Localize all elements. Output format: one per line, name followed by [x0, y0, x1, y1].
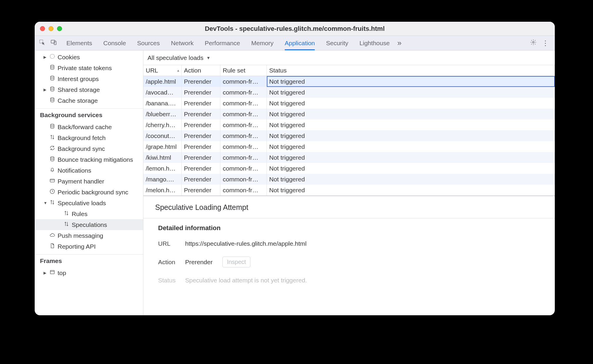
col-url[interactable]: URL ▲ [143, 65, 182, 76]
tab-elements[interactable]: Elements [66, 36, 92, 50]
kebab-menu-icon[interactable]: ⋮ [542, 39, 552, 47]
table-row[interactable]: /mango.…Prerendercommon-fr…Not triggered [143, 174, 555, 185]
col-rule[interactable]: Rule set [220, 65, 267, 76]
sidebar-item-payment-handler[interactable]: Payment handler [35, 176, 143, 187]
detail-status-label: Status [158, 277, 179, 284]
sidebar-item-interest-groups[interactable]: Interest groups [35, 73, 143, 84]
sidebar-item-push-messaging[interactable]: Push messaging [35, 230, 143, 241]
cell-action: Prerender [182, 130, 220, 141]
cell-url: /apple.html [143, 76, 182, 87]
sidebar-item-speculative-loads[interactable]: ▼Speculative loads [35, 198, 143, 208]
cell-url: /cherry.h… [143, 119, 182, 130]
disclosure-icon: ▶ [43, 87, 47, 92]
sidebar-item-speculations[interactable]: Speculations [35, 219, 143, 230]
table-row[interactable]: /lemon.h…Prerendercommon-fr…Not triggere… [143, 163, 555, 174]
detail-action-value: Prerender [185, 259, 212, 266]
card-icon [49, 178, 55, 185]
svg-rect-13 [50, 270, 54, 274]
table-row[interactable]: /coconut…Prerendercommon-fr…Not triggere… [143, 130, 555, 141]
cell-status: Not triggered [267, 130, 555, 141]
tab-sources[interactable]: Sources [137, 36, 160, 50]
sidebar-item-background-fetch[interactable]: Background fetch [35, 132, 143, 143]
cell-url: /mango.… [143, 174, 182, 185]
sidebar-item-back-forward-cache[interactable]: Back/forward cache [35, 122, 143, 132]
sidebar-item-cookies[interactable]: ▶Cookies [35, 52, 143, 63]
titlebar: DevTools - speculative-rules.glitch.me/c… [35, 22, 555, 36]
tab-network[interactable]: Network [171, 36, 194, 50]
table-row[interactable]: /apple.htmlPrerendercommon-fr…Not trigge… [143, 76, 555, 87]
db-icon [49, 97, 55, 104]
inspect-element-icon[interactable] [39, 39, 45, 47]
cell-rule: common-fr… [220, 130, 267, 141]
cell-status: Not triggered [267, 185, 555, 196]
tab-application[interactable]: Application [285, 36, 315, 50]
tab-console[interactable]: Console [103, 36, 126, 50]
sidebar-item-cache-storage[interactable]: Cache storage [35, 95, 143, 106]
maximize-window-button[interactable] [57, 26, 62, 31]
filter-label: All speculative loads [148, 54, 203, 61]
settings-icon[interactable] [530, 39, 537, 47]
col-status[interactable]: Status [267, 65, 555, 76]
svg-point-10 [51, 157, 54, 158]
sidebar-item-shared-storage[interactable]: ▶Shared storage [35, 84, 143, 95]
table-body: /apple.htmlPrerendercommon-fr…Not trigge… [143, 76, 555, 196]
cell-action: Prerender [182, 185, 220, 196]
sidebar-item-notifications[interactable]: Notifications [35, 165, 143, 176]
sidebar-item-rules[interactable]: Rules [35, 208, 143, 219]
cookie-icon [49, 53, 55, 61]
table-row[interactable]: /blueberr…Prerendercommon-fr…Not trigger… [143, 109, 555, 119]
cell-action: Prerender [182, 98, 220, 109]
cell-status: Not triggered [267, 163, 555, 174]
svg-point-7 [51, 87, 54, 88]
sidebar-item-periodic-background-sync[interactable]: Periodic background sync [35, 187, 143, 198]
cell-action: Prerender [182, 119, 220, 130]
table-row[interactable]: /grape.htmlPrerendercommon-fr…Not trigge… [143, 141, 555, 152]
filter-bar[interactable]: All speculative loads ▼ [143, 50, 555, 65]
tree-item-label: Speculative loads [58, 200, 106, 207]
tab-performance[interactable]: Performance [205, 36, 240, 50]
svg-rect-1 [51, 40, 55, 43]
inspect-button[interactable]: Inspect [222, 257, 250, 267]
arrows-icon [49, 134, 55, 141]
tab-security[interactable]: Security [326, 36, 348, 50]
tree-item-label: Push messaging [58, 232, 103, 239]
db-icon [49, 123, 55, 131]
sidebar-item-private-state-tokens[interactable]: Private state tokens [35, 63, 143, 73]
tree-item-label: top [58, 269, 66, 277]
sidebar-group-background-services: Background services [35, 108, 143, 122]
table-header: URL ▲ Action Rule set Status [143, 65, 555, 76]
detail-url-label: URL [158, 240, 179, 247]
table-row[interactable]: /avocad…Prerendercommon-fr…Not triggered [143, 87, 555, 98]
table-row[interactable]: /kiwi.htmlPrerendercommon-fr…Not trigger… [143, 152, 555, 163]
sidebar-item-top[interactable]: ▶top [35, 267, 143, 278]
cell-url: /coconut… [143, 130, 182, 141]
doc-icon [49, 243, 55, 250]
cell-url: /avocad… [143, 87, 182, 98]
speculations-panel: All speculative loads ▼ URL ▲ Action Rul… [143, 50, 555, 315]
tab-lighthouse[interactable]: Lighthouse [359, 36, 390, 50]
arrows-icon [63, 210, 69, 218]
application-sidebar: ▶CookiesPrivate state tokensInterest gro… [35, 50, 143, 315]
detail-status-value: Speculative load attempt is not yet trig… [185, 277, 307, 284]
cell-status: Not triggered [267, 109, 555, 119]
minimize-window-button[interactable] [48, 26, 53, 31]
device-toolbar-icon[interactable] [51, 39, 57, 47]
close-window-button[interactable] [40, 26, 45, 31]
sidebar-item-reporting-api[interactable]: Reporting API [35, 241, 143, 252]
table-row[interactable]: /cherry.h…Prerendercommon-fr…Not trigger… [143, 119, 555, 130]
table-row[interactable]: /banana.…Prerendercommon-fr…Not triggere… [143, 98, 555, 109]
tree-item-label: Back/forward cache [58, 124, 112, 131]
cell-url: /blueberr… [143, 109, 182, 119]
table-row[interactable]: /melon.h…Prerendercommon-fr…Not triggere… [143, 185, 555, 196]
disclosure-icon: ▶ [43, 271, 47, 275]
sidebar-item-bounce-tracking-mitigations[interactable]: Bounce tracking mitigations [35, 154, 143, 165]
tree-item-label: Payment handler [58, 178, 104, 185]
more-tabs-icon[interactable]: » [397, 38, 400, 48]
sidebar-item-background-sync[interactable]: Background sync [35, 143, 143, 154]
tab-memory[interactable]: Memory [251, 36, 274, 50]
col-action[interactable]: Action [182, 65, 220, 76]
cell-url: /grape.html [143, 141, 182, 152]
tree-item-label: Private state tokens [58, 65, 112, 72]
cell-status: Not triggered [267, 152, 555, 163]
arrows-icon [49, 199, 55, 207]
